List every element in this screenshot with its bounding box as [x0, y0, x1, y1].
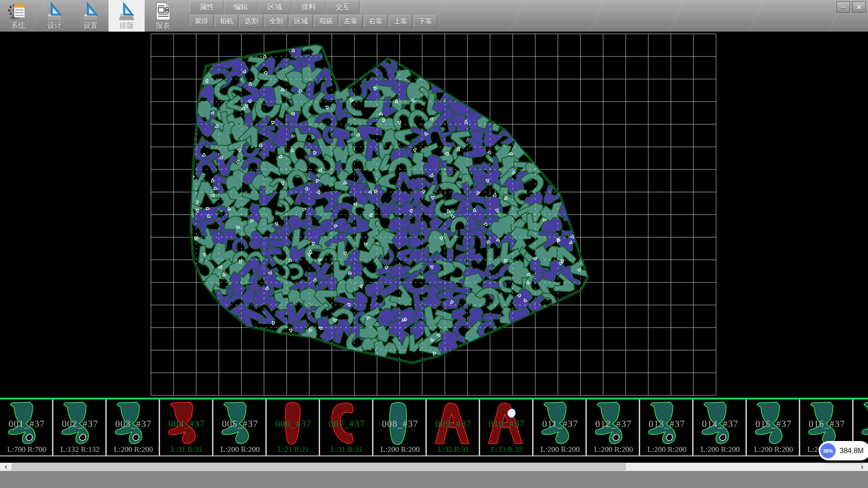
piece-lr-count: L:200 R:200: [693, 445, 747, 454]
piece-thumbnail[interactable]: 015_#37L:200 R:200: [747, 399, 800, 455]
tab-label: 设计: [47, 21, 61, 30]
action-align-right[interactable]: 右靠: [364, 15, 387, 28]
memory-usage-overlay: 38% 384.8M: [819, 441, 868, 460]
action-cut-selected[interactable]: 选割: [240, 15, 263, 28]
report-icon: [152, 1, 173, 21]
menu-tab-row: 属性编辑区域排料交互: [190, 1, 437, 14]
action-button-row: 聚排相机选割全割区域瑕疵左靠右靠上靠下靠: [190, 15, 437, 28]
piece-lr-count: L:200 R:200: [747, 445, 800, 454]
piece-thumbnail[interactable]: 003_#37L:200 R:200: [107, 399, 160, 455]
nesting-canvas[interactable]: [0, 32, 868, 398]
piece-thumbnail[interactable]: 007_#37L:31 R:31: [320, 399, 373, 455]
piece-lr-count: L:132 R:132: [53, 445, 107, 454]
piece-name: 012_#37: [587, 418, 640, 430]
action-cut-all[interactable]: 全割: [264, 15, 288, 28]
piece-lr-count: L:200 R:200: [533, 445, 587, 454]
status-bar: [0, 471, 868, 488]
system-icon: [8, 1, 28, 21]
piece-lr-count: L:700 R:700: [0, 445, 53, 454]
canvas-svg: [0, 32, 868, 398]
design-icon: [44, 1, 65, 21]
action-align-top[interactable]: 上靠: [389, 15, 412, 28]
tab-label: 系统: [11, 21, 25, 30]
piece-name: 013_#37: [640, 418, 693, 430]
piece-thumbnail[interactable]: 008_#37L:200 R:200: [373, 399, 427, 455]
piece-lr-count: L:31 R:31: [320, 445, 373, 454]
piece-thumbnail[interactable]: 010_#37L:33 R:33: [480, 399, 533, 455]
piece-name: 002_#37: [53, 418, 107, 430]
piece-name: 008_#37: [373, 418, 427, 430]
scroll-left-arrow[interactable]: ‹: [0, 463, 12, 471]
piece-name: 011_#37: [533, 418, 587, 430]
scrollbar-thumb[interactable]: [12, 463, 626, 470]
piece-lr-count: L:200 R:200: [587, 445, 640, 454]
piece-name: 0: [854, 418, 868, 430]
tab-system[interactable]: 系统: [0, 0, 36, 32]
piece-lr-count: L:200 R:200: [373, 445, 427, 454]
scroll-right-arrow[interactable]: ›: [856, 463, 868, 471]
piece-lr-count: L:33 R:33: [480, 445, 533, 454]
tab-report[interactable]: 报表: [145, 0, 181, 32]
menu-area: 属性编辑区域排料交互 聚排相机选割全割区域瑕疵左靠右靠上靠下靠: [190, 0, 437, 28]
tab-label: 排版: [119, 21, 134, 30]
piece-name: 007_#37: [320, 418, 373, 430]
piece-lr-count: L:200 R:200: [213, 445, 267, 454]
menu-nesting[interactable]: 排料: [292, 1, 326, 14]
close-button[interactable]: ✕: [852, 1, 866, 13]
action-cluster-nest[interactable]: 聚排: [190, 15, 213, 28]
piece-thumbnail[interactable]: 006_#37L:21 R:21: [267, 399, 320, 455]
minimize-button[interactable]: ─: [836, 1, 850, 13]
tab-settings[interactable]: 设置: [72, 0, 108, 32]
tab-label: 报表: [156, 21, 170, 30]
action-defect[interactable]: 瑕疵: [314, 15, 338, 28]
main-tab-bar: 系统设计设置排版报表: [0, 0, 181, 32]
piece-lr-count: L:21 R:21: [267, 445, 320, 454]
piece-lr-count: L:200 R:200: [640, 445, 693, 454]
piece-thumbnail[interactable]: 005_#37L:200 R:200: [213, 399, 267, 455]
piece-thumbnail[interactable]: 013_#37L:200 R:200: [640, 399, 693, 455]
tab-nesting[interactable]: 排版: [108, 0, 145, 32]
tab-design[interactable]: 设计: [36, 0, 72, 32]
menu-region[interactable]: 区域: [258, 1, 292, 14]
piece-lr-count: L:200 R:200: [107, 445, 160, 454]
menu-properties[interactable]: 属性: [190, 1, 224, 14]
settings-icon: [80, 1, 101, 21]
piece-name: 004_#37: [160, 418, 213, 430]
piece-lr-count: L:32 R:31: [427, 445, 480, 454]
piece-thumbnail[interactable]: 002_#37L:132 R:132: [53, 399, 107, 455]
nesting-icon: [116, 1, 137, 21]
piece-thumbnail[interactable]: 001_#37L:700 R:700: [0, 399, 53, 455]
window-controls: ─ ✕: [836, 1, 866, 13]
progress-circle: 38%: [820, 443, 836, 459]
piece-thumbnail[interactable]: 011_#37L:200 R:200: [533, 399, 587, 455]
piece-name: 010_#37: [480, 418, 533, 430]
piece-thumbnail-strip: 001_#37L:700 R:700002_#37L:132 R:132003_…: [0, 398, 868, 456]
action-align-bottom[interactable]: 下靠: [414, 15, 437, 28]
application-window: 系统设计设置排版报表 属性编辑区域排料交互 聚排相机选割全割区域瑕疵左靠右靠上靠…: [0, 0, 868, 488]
piece-name: 009_#37: [427, 418, 480, 430]
menu-interactive[interactable]: 交互: [326, 1, 359, 14]
piece-name: 003_#37: [107, 418, 160, 430]
piece-name: 006_#37: [267, 418, 320, 430]
piece-name: 015_#37: [747, 418, 800, 430]
action-camera[interactable]: 相机: [215, 15, 238, 28]
menu-edit[interactable]: 编辑: [224, 1, 258, 14]
piece-thumbnail[interactable]: 009_#37L:32 R:31: [427, 399, 480, 455]
tab-label: 设置: [83, 21, 98, 30]
piece-thumbnail[interactable]: 004_#37L:31 R:31: [160, 399, 213, 455]
piece-thumbnail[interactable]: 014_#37L:200 R:200: [693, 399, 747, 455]
piece-name: 001_#37: [0, 418, 53, 430]
piece-name: 014_#37: [693, 418, 747, 430]
piece-name: 016_#37: [800, 418, 854, 430]
piece-name: 005_#37: [213, 418, 267, 430]
action-align-left[interactable]: 左靠: [339, 15, 363, 28]
toolbar: 系统设计设置排版报表 属性编辑区域排料交互 聚排相机选割全割区域瑕疵左靠右靠上靠…: [0, 0, 868, 32]
memory-value: 384.8M: [840, 447, 863, 455]
horizontal-scrollbar[interactable]: ‹ ›: [0, 463, 868, 471]
piece-thumbnail[interactable]: 012_#37L:200 R:200: [587, 399, 640, 455]
action-region[interactable]: 区域: [289, 15, 313, 28]
piece-lr-count: L:31 R:31: [160, 445, 213, 454]
